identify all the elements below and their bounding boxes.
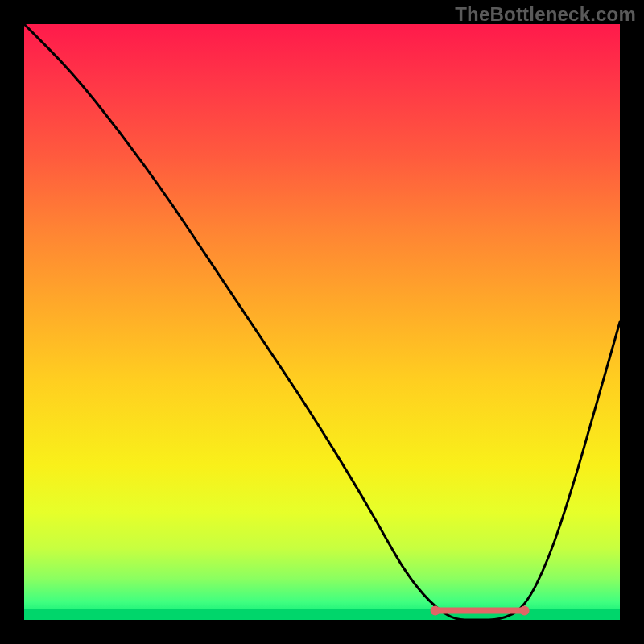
plot-area (24, 24, 620, 620)
bottleneck-curve (24, 24, 620, 620)
svg-point-1 (431, 606, 440, 616)
watermark-text: TheBottleneck.com (455, 3, 636, 26)
curve-layer (24, 24, 620, 620)
svg-point-2 (520, 606, 530, 616)
chart-frame: TheBottleneck.com (0, 0, 644, 644)
